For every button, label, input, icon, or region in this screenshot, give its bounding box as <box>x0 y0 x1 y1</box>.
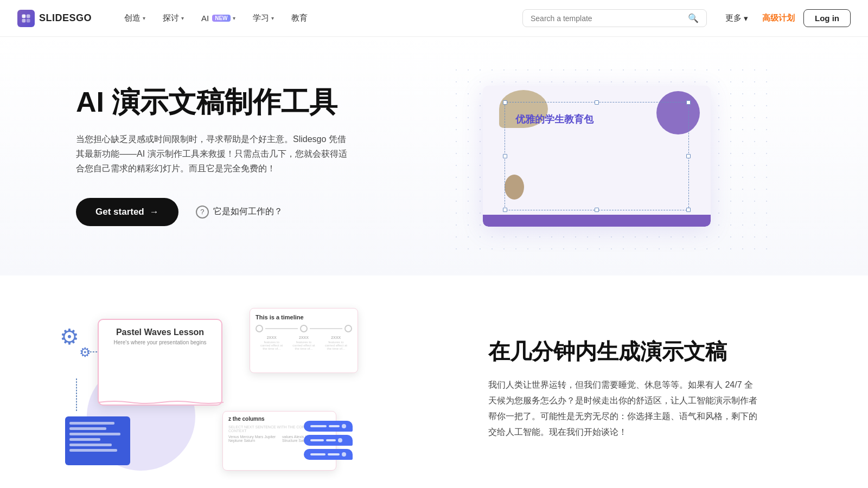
selection-handle <box>595 100 599 105</box>
slide-line <box>69 433 120 435</box>
stacked-slide-lines <box>65 416 130 457</box>
selection-handle <box>503 100 507 105</box>
svg-rect-1 <box>27 14 30 18</box>
section2-title: 在几分钟内生成演示文稿 <box>488 338 814 364</box>
chat-line <box>329 425 340 427</box>
selection-handle <box>686 208 691 212</box>
chat-line <box>326 439 336 441</box>
timeline-slide-card: This is a timeline 2XXX features to carr… <box>250 308 358 373</box>
timeline-col-header: 2XXX <box>299 336 309 339</box>
dashed-line-vertical <box>76 378 77 411</box>
timeline-labels: 2XXX features to carried effect at the t… <box>256 336 352 350</box>
timeline-col-text: features to carried effect at the time o… <box>291 341 317 350</box>
logo-icon <box>17 10 35 27</box>
timeline-col-text: features to carried effect at the time o… <box>259 341 285 350</box>
preview-inner: 优雅的学生教育包 <box>483 86 711 227</box>
timeline-line <box>310 328 342 329</box>
chat-bubble-1 <box>304 421 353 432</box>
selection-handle <box>503 154 507 158</box>
chat-line <box>310 425 327 427</box>
slide-line <box>69 444 112 446</box>
svg-rect-3 <box>27 18 30 22</box>
timeline-col-text: features to carried effect at the time o… <box>323 341 349 350</box>
nav-links: 创造 ▾ 探讨 ▾ AI NEW ▾ 学习 ▾ 教育 <box>118 10 522 27</box>
selection-handle <box>686 100 691 105</box>
chevron-down-icon: ▾ <box>181 15 184 21</box>
chat-line <box>310 439 324 441</box>
more-dropdown[interactable]: 更多 ▾ <box>720 10 754 27</box>
nav-item-learn[interactable]: 学习 ▾ <box>246 10 280 27</box>
hero-content: AI 演示文稿制作工具 当您担心缺乏灵感或时间限制时，寻求帮助是个好主意。Sli… <box>76 86 380 226</box>
search-icon[interactable]: 🔍 <box>688 13 699 23</box>
nav-item-explore[interactable]: 探讨 ▾ <box>156 10 190 27</box>
timeline-col: 2XXX features to carried effect at the t… <box>323 336 349 350</box>
timeline-dot <box>344 325 352 332</box>
features-section: ⚙ ⚙ Pastel Waves Lesson Here's where you… <box>0 275 868 488</box>
selection-handle <box>686 154 691 158</box>
navbar: SLIDESGO 创造 ▾ 探讨 ▾ AI NEW ▾ 学习 ▾ 教育 🔍 更多… <box>0 0 868 37</box>
col-left: Venus Mercury Mars Jupiter Neptune Satur… <box>228 435 277 442</box>
search-input[interactable] <box>531 14 684 23</box>
stacked-slide-blue <box>65 416 130 465</box>
gear-large-icon: ⚙ <box>60 324 79 349</box>
svg-rect-0 <box>22 14 26 18</box>
svg-rect-2 <box>22 18 26 22</box>
timeline-line <box>265 328 298 329</box>
preview-slide-title: 优雅的学生教育包 <box>515 113 593 126</box>
features-content: 在几分钟内生成演示文稿 我们人类让世界运转，但我们需要睡觉、休息等等。如果有人 … <box>445 338 814 440</box>
timeline-dot <box>256 325 263 332</box>
main-slide-card: Pastel Waves Lesson Here's where your pr… <box>98 319 222 406</box>
logo-link[interactable]: SLIDESGO <box>17 10 92 27</box>
illustration-wrapper: ⚙ ⚙ Pastel Waves Lesson Here's where you… <box>54 308 358 471</box>
hero-section: AI 演示文稿制作工具 当您担心缺乏灵感或时间限制时，寻求帮助是个好主意。Sli… <box>0 37 868 275</box>
hero-actions: Get started → ? 它是如何工作的？ <box>76 198 380 226</box>
chat-line <box>310 453 326 455</box>
timeline-col: 2XXX features to carried effect at the t… <box>259 336 285 350</box>
chat-dot <box>338 438 342 442</box>
chat-dot <box>342 452 346 457</box>
slide-line <box>69 438 100 441</box>
hero-title: AI 演示文稿制作工具 <box>76 86 380 119</box>
presentation-preview-card: 优雅的学生教育包 <box>483 86 711 227</box>
preview-wrapper: 优雅的学生教育包 <box>483 86 711 227</box>
login-button[interactable]: Log in <box>803 9 851 27</box>
timeline-col: 2XXX features to carried effect at the t… <box>291 336 317 350</box>
ai-badge: NEW <box>212 15 230 22</box>
nav-item-create[interactable]: 创造 ▾ <box>118 10 152 27</box>
slide-main-title: Pastel Waves Lesson <box>106 328 214 337</box>
nav-item-education[interactable]: 教育 <box>285 10 314 27</box>
chevron-down-icon: ▾ <box>744 14 748 23</box>
timeline-col-header: 2XXX <box>331 336 341 339</box>
chevron-down-icon: ▾ <box>233 15 235 21</box>
chevron-down-icon: ▾ <box>271 15 274 21</box>
wavy-decoration <box>99 400 224 404</box>
bottom-bar-shape <box>483 215 711 227</box>
chat-dot <box>342 424 346 428</box>
hero-description: 当您担心缺乏灵感或时间限制时，寻求帮助是个好主意。Slidesgo 凭借其最新功… <box>76 132 347 176</box>
slide-main-subtitle: Here's where your presentation begins <box>106 339 214 345</box>
how-it-works-button[interactable]: ? 它是如何工作的？ <box>196 206 283 219</box>
slide-line <box>69 422 114 425</box>
get-started-button[interactable]: Get started → <box>76 198 178 226</box>
slide-line <box>69 427 106 430</box>
premium-link[interactable]: 高级计划 <box>762 13 795 23</box>
slide-line <box>69 449 117 452</box>
chevron-down-icon: ▾ <box>143 15 145 21</box>
timeline-col-header: 2XXX <box>267 336 277 339</box>
timeline-slide-title: This is a timeline <box>256 314 352 320</box>
timeline-row <box>256 325 352 332</box>
chat-bubble-3 <box>304 449 353 460</box>
gear-small-icon: ⚙ <box>79 345 91 360</box>
chat-bubbles <box>304 421 353 460</box>
illustration-area: ⚙ ⚙ Pastel Waves Lesson Here's where you… <box>54 308 445 471</box>
chat-line <box>328 453 340 455</box>
col-left-text: Venus Mercury Mars Jupiter Neptune Satur… <box>228 435 277 442</box>
timeline-dot <box>300 325 308 332</box>
brand-name: SLIDESGO <box>39 12 92 24</box>
nav-item-ai[interactable]: AI NEW ▾ <box>195 10 242 26</box>
section2-description: 我们人类让世界运转，但我们需要睡觉、休息等等。如果有人 24/7 全天候为您服务… <box>488 377 760 440</box>
selection-handle <box>503 208 507 212</box>
selection-handle <box>595 208 599 212</box>
question-icon: ? <box>196 206 209 219</box>
nav-right: 更多 ▾ 高级计划 Log in <box>720 9 851 27</box>
